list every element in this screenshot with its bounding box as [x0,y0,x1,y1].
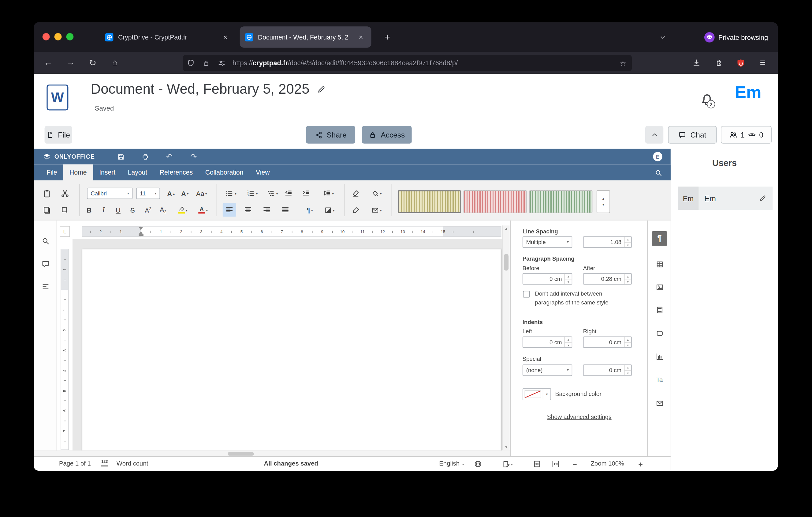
forward-button[interactable]: → [62,55,79,71]
multilevel-list-button[interactable]: ▾ [263,187,282,200]
spin-down[interactable]: ▾ [625,342,631,348]
vertical-scrollbar[interactable]: ▲ ▼ [502,225,510,450]
menu-tab-layout[interactable]: Layout [121,164,153,181]
chart-settings-tab[interactable] [652,350,667,364]
spin-up[interactable]: ▴ [625,365,631,370]
increase-indent-button[interactable] [299,187,313,200]
style-preview-heading[interactable] [529,190,592,213]
underline-button[interactable]: U [111,203,125,217]
page-indicator[interactable]: Page 1 of 1 [59,457,91,471]
downloads-button[interactable] [688,55,705,71]
close-tab-icon[interactable]: × [220,32,230,42]
tab-stop-selector[interactable]: L [60,226,70,237]
menu-tab-references[interactable]: References [153,164,199,181]
align-justify-button[interactable] [279,203,292,217]
home-button[interactable]: ⌂ [107,55,123,71]
cut-button[interactable] [58,187,71,200]
redo-button[interactable]: ↷ [187,151,200,162]
back-button[interactable]: ← [40,55,56,71]
user-list-item[interactable]: Em Em [678,187,773,210]
lock-icon[interactable] [198,59,214,67]
reload-button[interactable]: ↻ [84,55,101,71]
horizontal-ruler[interactable]: 21123456789101112131415 [82,226,501,237]
ublock-origin-button[interactable] [732,55,749,71]
chevron-down-icon[interactable]: ▾ [152,191,160,196]
table-settings-tab[interactable] [652,257,667,272]
bullets-button[interactable]: ▾ [222,187,240,200]
font-color-button[interactable]: A ▾ [194,203,212,217]
notifications-bell-button[interactable]: 2 [700,92,718,110]
chevron-down-icon[interactable]: ▾ [564,240,572,244]
menu-tab-insert[interactable]: Insert [93,164,122,181]
styles-gallery-expand-button[interactable]: ▴ ▾ [597,190,610,213]
menu-tab-collaboration[interactable]: Collaboration [199,164,249,181]
chevron-down-icon[interactable]: ▾ [124,191,132,196]
bold-button[interactable]: B [82,203,96,217]
navigation-headings-button[interactable] [39,280,52,293]
copy-button[interactable] [40,203,53,217]
spin-down[interactable]: ▾ [625,242,631,248]
tab-cryptdrive[interactable]: CryptDrive - CryptPad.fr × [100,26,236,48]
scroll-down-arrow[interactable]: ▼ [503,445,510,449]
header-footer-settings-tab[interactable] [652,303,667,317]
font-name-select[interactable]: Calibri ▾ [87,188,133,199]
collapse-toolbar-button[interactable] [645,126,663,144]
indent-left-spinner[interactable]: 0 cm ▴▾ [523,336,572,348]
participants-button[interactable]: 1 0 [721,126,772,144]
align-center-button[interactable] [241,203,255,217]
line-spacing-button[interactable]: ▾ [319,187,338,200]
first-line-indent-marker[interactable] [139,227,143,230]
new-tab-button[interactable]: + [380,29,395,45]
menu-tab-view[interactable]: View [250,164,276,181]
nonprinting-characters-button[interactable]: ¶ ▾ [300,203,319,217]
align-right-button[interactable] [260,203,273,217]
highlight-color-button[interactable]: ▾ [173,203,192,217]
align-left-button[interactable] [223,203,236,217]
edit-user-pencil-icon[interactable] [759,194,766,202]
numbering-button[interactable]: 123 ▾ [243,187,262,200]
set-document-language-button[interactable] [472,458,484,470]
tracking-shield-icon[interactable] [183,59,198,67]
spin-down[interactable]: ▾ [625,370,631,376]
fit-to-width-button[interactable] [550,458,562,470]
copy-style-button[interactable] [349,203,362,217]
scroll-up-arrow[interactable]: ▲ [503,227,510,230]
menu-tab-file[interactable]: File [40,164,63,181]
comments-button[interactable] [39,257,52,271]
spin-up[interactable]: ▴ [625,237,631,242]
find-button[interactable] [39,234,52,248]
font-size-select[interactable]: 11 ▾ [136,188,160,199]
menu-hamburger-button[interactable]: ≡ [754,55,771,71]
url-bar[interactable]: https://cryptpad.fr/doc/#/3/doc/edit/ff0… [183,55,632,71]
text-art-settings-tab[interactable]: Ta [652,373,667,387]
minimize-window-button[interactable] [55,33,62,40]
file-menu-button[interactable]: File [45,126,72,144]
chevron-down-icon[interactable]: ▾ [543,389,550,400]
editor-search-button[interactable] [652,166,665,179]
zoom-out-button[interactable]: − [569,458,581,470]
clear-style-button[interactable] [349,187,362,200]
left-indent-marker[interactable] [139,234,143,236]
spin-down[interactable]: ▾ [565,279,572,285]
image-settings-tab[interactable] [652,280,667,294]
mail-merge-button[interactable]: ▾ [367,203,386,217]
document-canvas[interactable] [57,220,502,451]
chevron-down-icon[interactable]: ▾ [564,368,572,373]
spacing-after-spinner[interactable]: 0.28 cm ▴▾ [583,273,632,284]
tab-document[interactable]: Document - Wed, February 5, 2 × [240,26,371,48]
line-spacing-amount-spinner[interactable]: 1.08 ▴▾ [583,237,632,248]
zoom-in-button[interactable]: + [634,458,647,470]
spacing-before-spinner[interactable]: 0 cm ▴▾ [523,273,572,284]
spin-up[interactable]: ▴ [565,337,572,342]
chat-button[interactable]: Chat [668,126,717,144]
menu-tab-home[interactable]: Home [63,164,93,181]
horizontal-scrollbar[interactable] [34,451,510,456]
word-count-button[interactable]: Word count [117,457,148,471]
spell-checking-button[interactable]: ▾ [499,458,517,470]
indent-right-spinner[interactable]: 0 cm ▴▾ [583,336,632,348]
horizontal-scrollbar-thumb[interactable] [228,452,254,456]
superscript-button[interactable]: A2 [141,203,155,217]
undo-button[interactable]: ↶ [163,151,176,162]
share-button[interactable]: Share [306,126,355,144]
style-preview-normal[interactable] [398,190,461,213]
